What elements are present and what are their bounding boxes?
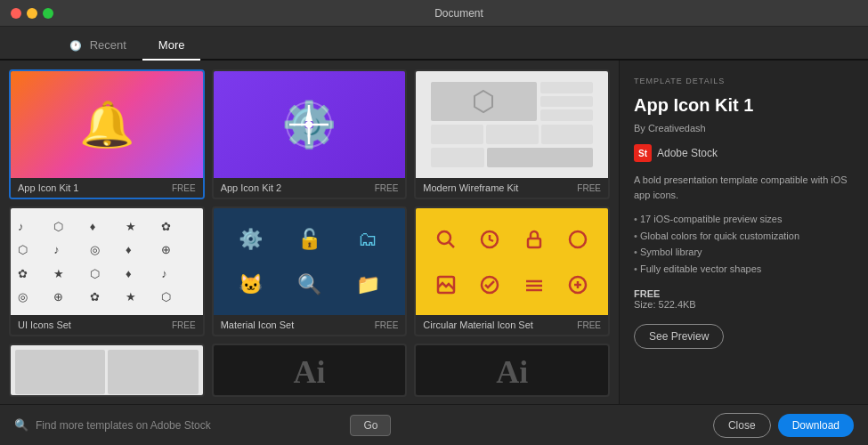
details-description: A bold presentation template compatible …	[634, 173, 854, 202]
bell-icon: 🔔	[79, 99, 134, 150]
template-card-circular[interactable]: Circular Material Icon Set FREE	[414, 206, 610, 336]
footer-search-text: Find more templates on Adobe Stock	[36, 419, 343, 432]
card-label-appicon1: App Icon Kit 1	[18, 182, 79, 193]
footer: 🔍 Find more templates on Adobe Stock Go …	[0, 404, 868, 445]
thumbnail-bottom2: Ai	[214, 345, 406, 397]
feature-3: Symbol library	[634, 244, 854, 261]
size-label: Size: 522.4KB	[634, 299, 854, 310]
thumbnail-bottom3: Ai	[416, 345, 608, 397]
template-card-appicon1[interactable]: 🔔 App Icon Kit 1 FREE	[9, 69, 205, 199]
thumbnail-bottom1	[11, 345, 203, 397]
thumbnail-wireframe	[416, 71, 608, 178]
ai-text-1: Ai	[293, 353, 325, 391]
thumbnail-circular	[416, 208, 608, 315]
footer-close-button[interactable]: Close	[713, 413, 771, 438]
compass-svg	[282, 98, 336, 151]
details-author: By Creativedash	[634, 123, 854, 134]
svg-line-8	[450, 242, 455, 247]
template-card-appicon2[interactable]: ⚙️ App Icon Kit 2 FREE	[212, 69, 408, 199]
mat-icon-2: 🔓	[283, 228, 337, 251]
tab-more-label: More	[158, 38, 185, 52]
details-panel: TEMPLATE DETAILS App Icon Kit 1 By Creat…	[619, 61, 868, 404]
template-card-bottom1[interactable]	[9, 344, 205, 397]
details-title: App Icon Kit 1	[634, 94, 854, 116]
maximize-window-button[interactable]	[43, 8, 53, 19]
card-footer-material: Material Icon Set FREE	[214, 315, 406, 335]
card-footer-circular: Circular Material Icon Set FREE	[416, 315, 608, 335]
circ-icon-extra	[559, 274, 597, 295]
footer-go-button[interactable]: Go	[350, 415, 391, 436]
card-badge-material: FREE	[375, 320, 399, 330]
details-meta: FREE Size: 522.4KB	[634, 288, 854, 310]
details-author-prefix: By	[634, 123, 645, 134]
window-title: Document	[61, 7, 857, 20]
card-label-uiicons: UI Icons Set	[18, 320, 71, 330]
details-author-name: Creativedash	[648, 123, 706, 134]
card-badge-uiicons: FREE	[172, 320, 196, 330]
template-card-material[interactable]: ⚙️ 🔓 🗂 🐱 🔍 📁 Material Icon Set FREE	[212, 206, 408, 336]
circ-icon-image	[426, 274, 465, 295]
recent-icon: 🕐	[69, 40, 82, 51]
main-content: 🔔 App Icon Kit 1 FREE ⚙️	[0, 61, 868, 404]
svg-marker-5	[305, 128, 312, 142]
circ-icon-menu	[515, 274, 553, 295]
adobe-stock-icon: St	[634, 144, 652, 162]
svg-marker-6	[475, 91, 492, 112]
hex-icon	[471, 89, 496, 114]
circ-icon-lock	[515, 229, 553, 250]
tab-recent-label: Recent	[90, 38, 126, 52]
template-grid: 🔔 App Icon Kit 1 FREE ⚙️	[9, 69, 610, 397]
mat-icon-1: ⚙️	[224, 228, 278, 251]
card-label-wireframe: Modern Wireframe Kit	[423, 182, 518, 193]
svg-point-7	[438, 231, 450, 244]
svg-point-3	[305, 121, 312, 128]
footer-search-icon: 🔍	[14, 418, 28, 432]
feature-2: Global colors for quick customization	[634, 228, 854, 245]
card-badge-wireframe: FREE	[577, 183, 601, 193]
details-features-list: 17 iOS-compatible preview sizes Global c…	[634, 211, 854, 278]
card-footer-appicon1: App Icon Kit 1 FREE	[11, 178, 203, 198]
circ-icon-search	[426, 229, 465, 250]
see-preview-button[interactable]: See Preview	[634, 324, 724, 349]
bottom1-content	[11, 345, 203, 397]
feature-4: Fully editable vector shapes	[634, 261, 854, 278]
circ-icon-placeholder	[559, 229, 597, 250]
card-badge-circular: FREE	[577, 320, 601, 330]
svg-marker-4	[305, 107, 312, 121]
minimize-window-button[interactable]	[27, 8, 37, 19]
svg-rect-10	[528, 239, 540, 247]
thumbnail-appicon2: ⚙️	[214, 71, 406, 178]
mat-icon-5: 🔍	[283, 273, 337, 296]
card-footer-wireframe: Modern Wireframe Kit FREE	[416, 178, 608, 198]
details-section-label: TEMPLATE DETAILS	[634, 77, 854, 85]
card-footer-appicon2: App Icon Kit 2 FREE	[214, 178, 406, 198]
mat-icon-4: 🐱	[224, 273, 278, 296]
card-badge-appicon1: FREE	[172, 183, 196, 193]
tab-recent[interactable]: 🕐 Recent	[53, 31, 142, 59]
card-footer-uiicons: UI Icons Set FREE	[11, 315, 203, 335]
tab-more[interactable]: More	[142, 31, 201, 59]
card-badge-appicon2: FREE	[375, 183, 399, 193]
footer-download-button[interactable]: Download	[778, 414, 854, 437]
source-badge: St Adobe Stock	[634, 144, 854, 162]
thumbnail-material: ⚙️ 🔓 🗂 🐱 🔍 📁	[214, 208, 406, 315]
ai-text-2: Ai	[496, 353, 528, 391]
close-window-button[interactable]	[11, 8, 21, 19]
mat-icon-6: 📁	[341, 273, 394, 296]
svg-point-11	[570, 231, 586, 247]
template-card-uiicons[interactable]: ♪ ⬡ ♦ ★ ✿ ⬡ ♪ ◎ ♦ ⊕ ✿ ★ ⬡ ♦ ♪	[9, 206, 205, 336]
circ-icon-check	[471, 274, 509, 295]
thumbnail-appicon1: 🔔	[11, 71, 203, 178]
price-label: FREE	[634, 288, 854, 299]
card-label-circular: Circular Material Icon Set	[423, 320, 533, 330]
template-grid-area: 🔔 App Icon Kit 1 FREE ⚙️	[0, 61, 619, 404]
wireframe-content	[426, 77, 598, 173]
template-card-bottom3[interactable]: Ai	[414, 344, 610, 397]
card-label-material: Material Icon Set	[221, 320, 295, 330]
template-card-bottom2[interactable]: Ai	[212, 344, 408, 397]
tabbar: 🕐 Recent More	[0, 27, 868, 61]
card-label-appicon2: App Icon Kit 2	[221, 182, 282, 193]
thumbnail-uiicons: ♪ ⬡ ♦ ★ ✿ ⬡ ♪ ◎ ♦ ⊕ ✿ ★ ⬡ ♦ ♪	[11, 208, 203, 315]
template-card-wireframe[interactable]: Modern Wireframe Kit FREE	[414, 69, 610, 199]
window-controls	[11, 8, 53, 19]
